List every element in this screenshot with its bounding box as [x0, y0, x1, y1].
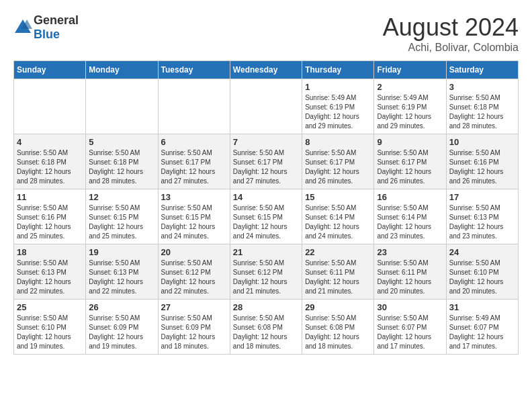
day-cell: 21Sunrise: 5:50 AM Sunset: 6:12 PM Dayli…: [230, 244, 302, 300]
weekday-header-saturday: Saturday: [446, 61, 518, 79]
day-cell: 19Sunrise: 5:50 AM Sunset: 6:13 PM Dayli…: [86, 244, 158, 300]
day-info: Sunrise: 5:50 AM Sunset: 6:14 PM Dayligh…: [305, 203, 371, 241]
week-row-5: 25Sunrise: 5:50 AM Sunset: 6:10 PM Dayli…: [14, 300, 519, 355]
day-number: 8: [305, 137, 371, 147]
day-cell: 3Sunrise: 5:50 AM Sunset: 6:18 PM Daylig…: [446, 79, 518, 134]
day-number: 29: [305, 302, 371, 312]
day-number: 14: [233, 192, 299, 202]
day-info: Sunrise: 5:50 AM Sunset: 6:15 PM Dayligh…: [233, 203, 299, 241]
day-number: 23: [377, 247, 443, 257]
day-info: Sunrise: 5:50 AM Sunset: 6:11 PM Dayligh…: [305, 259, 371, 296]
day-number: 1: [305, 82, 371, 92]
day-number: 5: [89, 137, 154, 147]
week-row-1: 1Sunrise: 5:49 AM Sunset: 6:19 PM Daylig…: [14, 79, 519, 134]
day-number: 24: [449, 247, 515, 257]
day-info: Sunrise: 5:50 AM Sunset: 6:18 PM Dayligh…: [89, 148, 154, 186]
day-info: Sunrise: 5:50 AM Sunset: 6:13 PM Dayligh…: [17, 259, 83, 296]
day-cell: 15Sunrise: 5:50 AM Sunset: 6:14 PM Dayli…: [302, 189, 374, 244]
logo-general: General: [34, 13, 79, 27]
day-info: Sunrise: 5:50 AM Sunset: 6:11 PM Dayligh…: [377, 259, 443, 296]
day-info: Sunrise: 5:50 AM Sunset: 6:14 PM Dayligh…: [377, 203, 443, 241]
day-info: Sunrise: 5:49 AM Sunset: 6:19 PM Dayligh…: [377, 93, 443, 131]
day-number: 10: [449, 137, 515, 147]
day-cell: 7Sunrise: 5:50 AM Sunset: 6:17 PM Daylig…: [230, 134, 302, 189]
day-info: Sunrise: 5:50 AM Sunset: 6:10 PM Dayligh…: [449, 259, 515, 296]
day-cell: 11Sunrise: 5:50 AM Sunset: 6:16 PM Dayli…: [14, 189, 86, 244]
day-cell: [158, 79, 230, 134]
day-number: 9: [377, 137, 443, 147]
day-number: 30: [377, 302, 443, 312]
day-info: Sunrise: 5:50 AM Sunset: 6:18 PM Dayligh…: [449, 93, 515, 131]
day-cell: 20Sunrise: 5:50 AM Sunset: 6:12 PM Dayli…: [158, 244, 230, 300]
day-cell: 5Sunrise: 5:50 AM Sunset: 6:18 PM Daylig…: [86, 134, 158, 189]
day-cell: 6Sunrise: 5:50 AM Sunset: 6:17 PM Daylig…: [158, 134, 230, 189]
day-cell: 17Sunrise: 5:50 AM Sunset: 6:13 PM Dayli…: [446, 189, 518, 244]
day-info: Sunrise: 5:49 AM Sunset: 6:07 PM Dayligh…: [449, 314, 515, 351]
day-number: 25: [17, 302, 83, 312]
day-cell: 2Sunrise: 5:49 AM Sunset: 6:19 PM Daylig…: [374, 79, 446, 134]
day-number: 27: [161, 302, 227, 312]
day-info: Sunrise: 5:50 AM Sunset: 6:17 PM Dayligh…: [377, 148, 443, 186]
day-number: 26: [89, 302, 154, 312]
month-title: August 2024: [383, 13, 519, 42]
day-info: Sunrise: 5:50 AM Sunset: 6:08 PM Dayligh…: [305, 314, 371, 351]
day-cell: 10Sunrise: 5:50 AM Sunset: 6:16 PM Dayli…: [446, 134, 518, 189]
day-info: Sunrise: 5:50 AM Sunset: 6:17 PM Dayligh…: [161, 148, 227, 186]
day-cell: [86, 79, 158, 134]
day-number: 12: [89, 192, 154, 202]
day-info: Sunrise: 5:50 AM Sunset: 6:12 PM Dayligh…: [161, 259, 227, 296]
day-cell: 14Sunrise: 5:50 AM Sunset: 6:15 PM Dayli…: [230, 189, 302, 244]
day-cell: 24Sunrise: 5:50 AM Sunset: 6:10 PM Dayli…: [446, 244, 518, 300]
day-info: Sunrise: 5:50 AM Sunset: 6:13 PM Dayligh…: [449, 203, 515, 241]
day-cell: 9Sunrise: 5:50 AM Sunset: 6:17 PM Daylig…: [374, 134, 446, 189]
day-number: 11: [17, 192, 83, 202]
day-cell: 28Sunrise: 5:50 AM Sunset: 6:08 PM Dayli…: [230, 300, 302, 355]
day-number: 15: [305, 192, 371, 202]
day-info: Sunrise: 5:50 AM Sunset: 6:16 PM Dayligh…: [449, 148, 515, 186]
day-cell: 13Sunrise: 5:50 AM Sunset: 6:15 PM Dayli…: [158, 189, 230, 244]
day-info: Sunrise: 5:50 AM Sunset: 6:15 PM Dayligh…: [89, 203, 154, 241]
day-cell: 18Sunrise: 5:50 AM Sunset: 6:13 PM Dayli…: [14, 244, 86, 300]
logo-blue: Blue: [34, 28, 60, 41]
day-cell: 1Sunrise: 5:49 AM Sunset: 6:19 PM Daylig…: [302, 79, 374, 134]
day-cell: [230, 79, 302, 134]
week-row-3: 11Sunrise: 5:50 AM Sunset: 6:16 PM Dayli…: [14, 189, 519, 244]
logo: General Blue: [13, 13, 79, 42]
day-info: Sunrise: 5:50 AM Sunset: 6:10 PM Dayligh…: [17, 314, 83, 351]
day-number: 17: [449, 192, 515, 202]
weekday-header-sunday: Sunday: [14, 61, 86, 79]
week-row-2: 4Sunrise: 5:50 AM Sunset: 6:18 PM Daylig…: [14, 134, 519, 189]
day-info: Sunrise: 5:50 AM Sunset: 6:18 PM Dayligh…: [17, 148, 83, 186]
day-number: 6: [161, 137, 227, 147]
day-number: 21: [233, 247, 299, 257]
day-number: 16: [377, 192, 443, 202]
day-info: Sunrise: 5:50 AM Sunset: 6:16 PM Dayligh…: [17, 203, 83, 241]
day-info: Sunrise: 5:50 AM Sunset: 6:15 PM Dayligh…: [161, 203, 227, 241]
day-info: Sunrise: 5:49 AM Sunset: 6:19 PM Dayligh…: [305, 93, 371, 131]
day-cell: 4Sunrise: 5:50 AM Sunset: 6:18 PM Daylig…: [14, 134, 86, 189]
day-number: 31: [449, 302, 515, 312]
calendar-table: SundayMondayTuesdayWednesdayThursdayFrid…: [13, 60, 519, 355]
weekday-header-tuesday: Tuesday: [158, 61, 230, 79]
day-info: Sunrise: 5:50 AM Sunset: 6:17 PM Dayligh…: [305, 148, 371, 186]
day-info: Sunrise: 5:50 AM Sunset: 6:17 PM Dayligh…: [233, 148, 299, 186]
day-number: 3: [449, 82, 515, 92]
day-cell: [14, 79, 86, 134]
weekday-header-friday: Friday: [374, 61, 446, 79]
day-number: 18: [17, 247, 83, 257]
week-row-4: 18Sunrise: 5:50 AM Sunset: 6:13 PM Dayli…: [14, 244, 519, 300]
weekday-header-thursday: Thursday: [302, 61, 374, 79]
weekday-header-monday: Monday: [86, 61, 158, 79]
day-info: Sunrise: 5:50 AM Sunset: 6:13 PM Dayligh…: [89, 259, 154, 296]
location-title: Achi, Bolivar, Colombia: [383, 42, 519, 54]
day-number: 2: [377, 82, 443, 92]
day-cell: 22Sunrise: 5:50 AM Sunset: 6:11 PM Dayli…: [302, 244, 374, 300]
title-block: August 2024 Achi, Bolivar, Colombia: [383, 13, 519, 54]
day-number: 20: [161, 247, 227, 257]
day-cell: 31Sunrise: 5:49 AM Sunset: 6:07 PM Dayli…: [446, 300, 518, 355]
weekday-header-row: SundayMondayTuesdayWednesdayThursdayFrid…: [14, 61, 519, 79]
weekday-header-wednesday: Wednesday: [230, 61, 302, 79]
logo-icon: [13, 18, 32, 37]
page-header: General Blue August 2024 Achi, Bolivar, …: [13, 13, 519, 54]
day-cell: 25Sunrise: 5:50 AM Sunset: 6:10 PM Dayli…: [14, 300, 86, 355]
